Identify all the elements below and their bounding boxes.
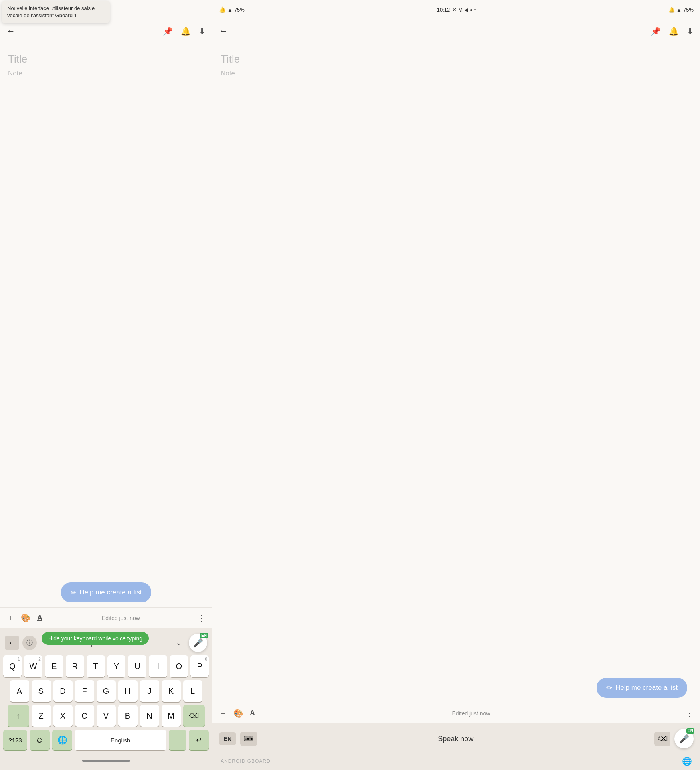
key-d[interactable]: D [53,680,73,702]
left-add-icon[interactable]: ＋ [6,612,14,623]
tooltip-box: Nouvelle interface utilisateur de saisie… [2,1,110,23]
right-note-area: Title Note [212,43,700,678]
key-i[interactable]: I [149,655,167,677]
right-archive-icon[interactable]: ⬇ [687,26,694,36]
key-space[interactable]: English [75,730,166,750]
key-emoji[interactable]: ☺ [30,730,50,750]
right-kb-en-btn[interactable]: EN [219,732,236,745]
right-status-left: 🔔 ▲ 75% [219,6,245,13]
left-ai-button-container: ✏ Help me create a list [0,582,212,607]
right-x-icon: ✕ [452,7,457,13]
left-home-indicator[interactable] [82,760,130,762]
right-status-bar: 🔔 ▲ 75% 10:12 ✕ M ◀ ♦ • 🔔 ▲ 75% [212,0,700,19]
left-note-title[interactable]: Title [8,53,204,65]
left-kb-row-3: ↑ Z X C V B N M ⌫ [2,705,210,727]
left-kb-row-2: A S D F G H J K L [2,680,210,702]
key-enter[interactable]: ↵ [189,730,209,750]
key-u[interactable]: U [128,655,146,677]
left-pin-icon[interactable]: 📌 [163,26,173,36]
key-globe[interactable]: 🌐 [52,730,72,750]
key-b[interactable]: B [118,705,138,727]
key-o[interactable]: O [170,655,188,677]
left-nav-bar [0,754,212,770]
key-shift[interactable]: ↑ [8,705,29,727]
key-w[interactable]: 2W [24,655,42,677]
left-kb-top-row: ← ⓘ Speak now ⌄ EN 🎤 Hide your keyboard … [2,631,210,655]
key-v[interactable]: V [97,705,116,727]
left-bell-icon[interactable]: 🔔 [181,26,191,36]
left-kb-row-1: 1Q 2W E R T Y U I O 0P [2,655,210,677]
key-p[interactable]: 0P [190,655,209,677]
right-bottom-globe[interactable]: 🌐 [682,756,692,766]
right-kb-keyboard-icon[interactable]: ⌨ [240,732,257,746]
left-archive-icon[interactable]: ⬇ [199,26,206,36]
left-more-icon[interactable]: ⋮ [198,613,206,623]
left-back-button[interactable]: ← [6,26,15,36]
right-wifi-right: ▲ [676,7,682,13]
right-add-icon[interactable]: ＋ [219,708,227,719]
key-k[interactable]: K [162,680,181,702]
key-c[interactable]: C [75,705,94,727]
right-back-button[interactable]: ← [219,26,228,36]
key-numbers[interactable]: ?123 [3,730,27,750]
right-bottom-text: ANDROID GBOARD [221,758,271,764]
left-kb-back[interactable]: ← [5,636,19,650]
right-note-body[interactable]: Note [221,69,692,77]
left-palette-icon[interactable]: 🎨 [21,613,31,623]
right-edited-text: Edited just now [263,710,679,717]
right-battery-right: 75% [683,7,694,13]
left-note-body[interactable]: Note [8,69,204,77]
right-m-icon: M [458,7,463,13]
right-ai-button-container: ✏ Help me create a list [212,678,700,703]
left-kb-info[interactable]: ⓘ [22,636,37,650]
right-kb-backspace[interactable]: ⌫ [654,732,670,746]
left-kb-lang-badge: EN [200,633,208,638]
right-palette-icon[interactable]: 🎨 [233,709,243,718]
right-kb-lang-mic[interactable]: EN 🎤 [674,729,694,748]
left-text-icon[interactable]: A [37,614,42,622]
key-m[interactable]: M [162,705,181,727]
left-ai-label: Help me create a list [80,588,142,596]
key-n[interactable]: N [140,705,159,727]
left-edited-text: Edited just now [51,615,191,621]
key-s[interactable]: S [32,680,51,702]
key-x[interactable]: X [53,705,73,727]
left-toolbar: ＋ 🎨 A Edited just now ⋮ [0,607,212,628]
right-note-title[interactable]: Title [221,53,692,65]
right-keyboard: EN ⌨ Speak now ⌫ EN 🎤 [212,723,700,753]
right-battery-text: 75% [234,7,245,13]
key-j[interactable]: J [140,680,159,702]
right-ai-button[interactable]: ✏ Help me create a list [597,678,687,698]
right-more-icon[interactable]: ⋮ [686,709,694,718]
right-wifi-icon: ▲ [227,7,233,13]
key-y[interactable]: Y [107,655,126,677]
right-time: 10:12 [437,7,450,13]
right-status-center: 10:12 ✕ M ◀ ♦ • [437,7,476,13]
left-mic-icon: 🎤 [193,638,203,648]
key-f[interactable]: F [75,680,94,702]
key-t[interactable]: T [87,655,105,677]
right-mic-icon: 🎤 [679,734,689,744]
key-e[interactable]: E [45,655,63,677]
key-period[interactable]: . [169,730,186,750]
right-dot-icon: • [474,7,476,13]
left-kb-row-bottom: ?123 ☺ 🌐 English . ↵ [2,730,210,750]
key-a[interactable]: A [10,680,29,702]
left-keyboard: ← ⓘ Speak now ⌄ EN 🎤 Hide your keyboard … [0,628,212,754]
right-pin-icon[interactable]: 📌 [651,26,661,36]
left-kb-dropdown[interactable]: ⌄ [171,636,186,650]
right-text-icon[interactable]: A [250,709,255,717]
key-q[interactable]: 1Q [3,655,22,677]
left-ai-icon: ✏ [71,588,77,597]
key-backspace[interactable]: ⌫ [183,705,205,727]
key-g[interactable]: G [97,680,116,702]
left-kb-lang-mic[interactable]: EN 🎤 [189,634,207,652]
key-l[interactable]: L [183,680,202,702]
left-ai-button[interactable]: ✏ Help me create a list [61,582,152,602]
right-ai-icon: ✏ [606,683,612,692]
key-z[interactable]: Z [32,705,51,727]
key-h[interactable]: H [118,680,138,702]
right-kb-top-row: EN ⌨ Speak now ⌫ EN 🎤 [214,727,698,752]
key-r[interactable]: R [66,655,84,677]
right-bell-icon[interactable]: 🔔 [669,26,679,36]
